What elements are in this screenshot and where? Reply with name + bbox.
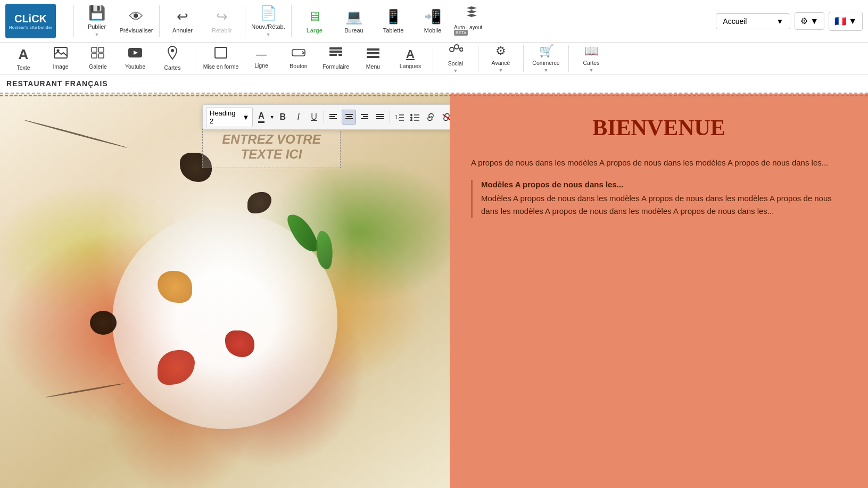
- elem-youtube[interactable]: Youtube: [117, 44, 153, 73]
- elem-cartes2[interactable]: 📖 Cartes ▼: [573, 44, 609, 73]
- large-button[interactable]: 🖥 Large: [296, 2, 333, 40]
- beta-badge: BETA: [454, 30, 468, 36]
- right-section: BIENVENUE A propos de nous dans les modè…: [450, 94, 868, 488]
- flag-dropdown-arrow: ▼: [848, 16, 857, 26]
- align-center-button[interactable]: [342, 110, 356, 125]
- svg-rect-5: [98, 54, 104, 58]
- italic-icon: I: [297, 112, 299, 122]
- page-dropdown-arrow: ▼: [776, 17, 783, 26]
- book-icon: 📖: [584, 44, 599, 58]
- elem-image-label: Image: [53, 63, 68, 70]
- unlink-button[interactable]: [439, 110, 450, 125]
- quote-body: Modèles A propos de nous dans les modèle…: [481, 192, 847, 218]
- text-icon: A: [19, 46, 29, 63]
- align-left-icon: [329, 113, 337, 121]
- publier-button[interactable]: 💾 Publier ▼: [78, 2, 115, 40]
- separator-4: [291, 5, 292, 37]
- bureau-button[interactable]: 💻 Bureau: [335, 2, 373, 40]
- text-color-icon: A_: [258, 111, 264, 123]
- elem-commerce[interactable]: 🛒 Commerce ▼: [528, 44, 564, 73]
- logo[interactable]: CLiCK Hosteur's site builder: [5, 4, 56, 38]
- auto-layout-button[interactable]: Auto Layout BETA: [453, 2, 491, 40]
- main-content: Heading 2 ▼ A_ ▼ B I U: [0, 94, 868, 488]
- eye-icon: 👁: [129, 9, 143, 25]
- align-left-button[interactable]: [326, 110, 341, 125]
- svg-rect-13: [329, 47, 342, 49]
- publier-label: Publier: [88, 23, 106, 30]
- site-header-text: RESTAURANT FRANÇAIS: [6, 79, 108, 88]
- elem-mise-en-forme[interactable]: Mise en forme: [200, 44, 242, 73]
- language-selector[interactable]: 🇫🇷 ▼: [829, 12, 863, 31]
- elem-formulaire[interactable]: Formulaire: [318, 44, 354, 73]
- elem-galerie[interactable]: Galerie: [80, 44, 116, 73]
- tablette-label: Tablette: [383, 27, 404, 34]
- unlink-icon: [442, 113, 450, 121]
- svg-rect-4: [92, 54, 97, 58]
- elem-social[interactable]: Social ▼: [437, 44, 474, 73]
- annuler-button[interactable]: ↩ Annuler: [164, 2, 201, 40]
- elem-image[interactable]: Image: [43, 44, 79, 73]
- elem-ligne[interactable]: — Ligne: [243, 44, 279, 73]
- shape-icon: [214, 47, 227, 62]
- unordered-list-button[interactable]: [408, 110, 422, 125]
- align-right-button[interactable]: [357, 110, 371, 125]
- welcome-title: BIENVENUE: [471, 115, 847, 140]
- bold-button[interactable]: B: [276, 110, 290, 125]
- svg-rect-3: [98, 47, 104, 52]
- elem-langues[interactable]: A Langues: [392, 44, 428, 73]
- nouv-retab-button[interactable]: 📄 Nouv./Rétab. ▼: [250, 2, 287, 40]
- languages-icon: A: [406, 47, 415, 61]
- elem-bouton[interactable]: Bouton: [280, 44, 317, 73]
- elem-formulaire-label: Formulaire: [323, 63, 349, 70]
- svg-rect-14: [329, 51, 342, 53]
- line-icon: —: [256, 48, 267, 61]
- image-icon: [54, 47, 68, 62]
- text-placeholder: ENTREZ VOTRETEXTE ICI: [222, 132, 320, 162]
- elem-separator-1: [195, 45, 195, 72]
- settings-button[interactable]: ⚙ ▼: [795, 12, 824, 30]
- youtube-icon: [128, 47, 143, 62]
- about-paragraph: A propos de nous dans les modèles A prop…: [471, 156, 847, 169]
- tablette-button[interactable]: 📱 Tablette: [375, 2, 412, 40]
- previsualiser-button[interactable]: 👁 Prévisualiser: [118, 2, 155, 40]
- text-color-button[interactable]: A_: [254, 110, 268, 125]
- svg-point-39: [410, 114, 412, 116]
- quote-block: Modèles A propos de nous dans les... Mod…: [471, 180, 847, 218]
- ordered-list-button[interactable]: 1.: [392, 110, 407, 125]
- elem-mise-en-forme-label: Mise en forme: [203, 63, 239, 70]
- svg-text:1.: 1.: [395, 114, 399, 120]
- canvas-dashed-border: [0, 95, 868, 96]
- site-header: RESTAURANT FRANÇAIS: [0, 75, 868, 94]
- elem-menu[interactable]: Menu: [355, 44, 391, 73]
- elem-texte[interactable]: A Texte: [5, 44, 42, 73]
- logo-text: CLiCK: [14, 13, 47, 25]
- mobile-button[interactable]: 📲 Mobile: [414, 2, 451, 40]
- svg-rect-17: [367, 48, 379, 51]
- justify-button[interactable]: [373, 110, 387, 125]
- canvas: RESTAURANT FRANÇAIS Heading 2: [0, 75, 868, 488]
- color-dropdown-arrow[interactable]: ▼: [270, 114, 275, 120]
- retablir-button[interactable]: ↪ Rétablir: [203, 2, 241, 40]
- elem-langues-label: Langues: [400, 63, 421, 69]
- link-button[interactable]: [424, 110, 438, 125]
- large-label: Large: [307, 27, 323, 34]
- food-image[interactable]: Heading 2 ▼ A_ ▼ B I U: [0, 94, 450, 488]
- elem-avance[interactable]: ⚙ Avancé ▼: [483, 44, 519, 73]
- italic-button[interactable]: I: [291, 110, 305, 125]
- heading-select[interactable]: Heading 2 ▼: [206, 107, 253, 127]
- svg-rect-9: [215, 47, 227, 58]
- page-selector[interactable]: Accueil ▼: [716, 13, 790, 29]
- previsualiser-label: Prévisualiser: [120, 27, 153, 34]
- mobile-label: Mobile: [424, 27, 441, 34]
- unordered-list-icon: [410, 113, 420, 121]
- document-icon: 📄: [260, 5, 277, 21]
- bold-icon: B: [279, 112, 286, 122]
- elem-avance-label: Avancé: [492, 60, 510, 66]
- cart-icon: 🛒: [539, 44, 553, 58]
- page-name: Accueil: [723, 17, 747, 26]
- elem-cartes[interactable]: Cartes: [154, 44, 191, 73]
- svg-point-20: [450, 47, 454, 52]
- text-editing-box[interactable]: ENTREZ VOTRETEXTE ICI: [202, 126, 341, 168]
- underline-button[interactable]: U: [307, 110, 321, 125]
- redo-icon: ↪: [216, 9, 228, 25]
